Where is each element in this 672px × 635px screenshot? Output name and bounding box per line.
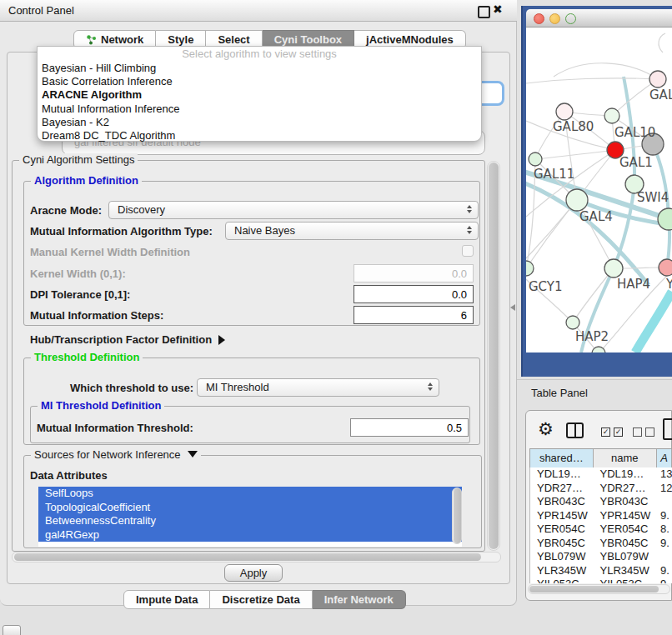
deselect-all-icon[interactable]: [633, 428, 642, 437]
dropdown-item[interactable]: Mutual Information Inference: [38, 102, 481, 116]
node-label: GAL10: [614, 125, 655, 140]
network-graph: GAL GAL80 GAL10 GAL1 GAL11 SWI4 GAL4 GCY…: [526, 28, 672, 352]
close-icon[interactable]: ✖: [493, 2, 503, 16]
node-label: GAL: [649, 88, 672, 102]
aracne-mode-combo[interactable]: Discovery: [108, 201, 479, 219]
cyni-bottom-tabbar: Impute Data Discretize Data Infer Networ…: [123, 590, 406, 609]
list-item[interactable]: TopologicalCoefficient: [38, 501, 462, 515]
sources-section-header[interactable]: Sources for Network Inference: [31, 448, 201, 461]
table-row[interactable]: YLR345WYLR345W9.: [530, 564, 672, 578]
node[interactable]: [658, 208, 672, 230]
minimized-panel-button[interactable]: [3, 625, 21, 635]
node-labels: GAL GAL80 GAL10 GAL1 GAL11 SWI4 GAL4 GCY…: [529, 88, 672, 344]
desktop: { "colors": { "selection_blue": "#3d6fd2…: [0, 0, 672, 635]
split-panel-icon[interactable]: [566, 422, 584, 438]
table-row[interactable]: YDL19…YDL19…13: [530, 468, 672, 482]
node-hap2[interactable]: [566, 316, 579, 329]
mi-threshold-input[interactable]: [350, 418, 469, 437]
list-scrollbar-thumb[interactable]: [454, 488, 461, 543]
table-row[interactable]: YIL053CYIL053C9: [530, 578, 672, 583]
select-all-icon2[interactable]: ✓: [614, 428, 623, 437]
mi-steps-input[interactable]: [354, 306, 474, 324]
table-row[interactable]: YBL079WYBL079W: [530, 550, 672, 564]
expanded-arrow-icon: [188, 451, 198, 458]
float-window-icon[interactable]: [478, 6, 490, 18]
node-gal11[interactable]: [529, 152, 542, 166]
edge-teal-thick: [635, 292, 672, 352]
node-gal80[interactable]: [556, 103, 573, 120]
node-gcy1[interactable]: [526, 261, 534, 276]
table-hscrollbar-thumb[interactable]: [529, 586, 659, 592]
table-panel-titlebar: Table Panel: [517, 379, 672, 407]
node-gal4[interactable]: [566, 189, 588, 211]
node-label: GAL11: [534, 167, 574, 182]
node-label: HAP4: [617, 277, 650, 292]
control-panel-titlebar: Control Panel ✖: [0, 0, 517, 22]
table-row[interactable]: YDR27…YDR27…12: [530, 482, 672, 496]
dropdown-item[interactable]: Basic Correlation Inference: [38, 75, 481, 88]
node-table: YDL19…YDL19…13 YDR27…YDR27…12 YBR043CYBR…: [529, 468, 672, 583]
algorithm-definition-title: Algorithm Definition: [31, 174, 142, 187]
dropdown-prompt: Select algorithm to view settings: [38, 47, 481, 62]
node-salmon[interactable]: [659, 259, 672, 276]
list-item[interactable]: SelfLoops: [38, 487, 462, 501]
table-row[interactable]: YBR045CYBR045C9.: [530, 537, 672, 551]
network-canvas[interactable]: GAL GAL80 GAL10 GAL1 GAL11 SWI4 GAL4 GCY…: [526, 28, 672, 352]
node-label: Y: [665, 277, 672, 292]
tab-discretize-data[interactable]: Discretize Data: [210, 590, 312, 609]
control-panel-title: Control Panel: [8, 0, 74, 21]
table-row[interactable]: YPR145WYPR145W9.: [530, 509, 672, 523]
node-gal10[interactable]: [604, 108, 619, 123]
tab-impute-data[interactable]: Impute Data: [123, 590, 210, 609]
node-hap4[interactable]: [604, 259, 623, 278]
gear-icon[interactable]: ⚙: [538, 419, 554, 439]
network-window-titlebar: [526, 9, 672, 28]
apply-button[interactable]: Apply: [224, 564, 283, 582]
select-all-icon[interactable]: ✓: [601, 428, 610, 437]
node-label: HAP2: [575, 329, 609, 344]
cyni-settings-title: Cyni Algorithm Settings: [19, 153, 138, 166]
aracne-mode-label: Aracne Mode:: [30, 204, 102, 217]
node-label: GAL1: [619, 155, 653, 170]
settings-vscrollbar-thumb[interactable]: [489, 162, 499, 549]
mi-algorithm-type-label: Mutual Information Algorithm Type:: [30, 225, 213, 238]
threshold-definition-title: Threshold Definition: [31, 351, 143, 363]
mi-algorithm-type-combo[interactable]: Naive Bayes: [225, 222, 479, 240]
settings-hscrollbar-thumb[interactable]: [14, 553, 481, 561]
document-icon[interactable]: [663, 418, 672, 440]
manual-kernel-width-checkbox[interactable]: [462, 245, 474, 257]
list-item[interactable]: gal4RGexp: [38, 528, 462, 542]
column-header-shared-name[interactable]: shared…: [530, 449, 594, 468]
dropdown-item-selected[interactable]: ARACNE Algorithm: [38, 88, 481, 102]
list-item[interactable]: BetweennessCentrality: [38, 514, 462, 528]
mi-threshold-group-title: MI Threshold Definition: [38, 399, 164, 412]
table-panel-title: Table Panel: [531, 380, 588, 407]
table-row[interactable]: YBR043CYBR043C: [530, 495, 672, 509]
deselect-all-icon2[interactable]: [645, 428, 654, 437]
mi-threshold-label: Mutual Information Threshold:: [37, 422, 193, 434]
node-label: GAL80: [553, 119, 594, 134]
network-tab-icon: [86, 34, 97, 45]
window-close-button[interactable]: [534, 13, 544, 24]
which-threshold-combo[interactable]: MI Threshold: [197, 378, 439, 397]
dropdown-item[interactable]: Bayesian - Hill Climbing: [38, 62, 481, 75]
node-label: GAL4: [579, 209, 613, 224]
table-row[interactable]: YER054CYER054C8.: [530, 522, 672, 537]
hub-transcription-section-header[interactable]: Hub/Transcription Factor Definition: [30, 333, 225, 346]
node[interactable]: [649, 71, 666, 88]
node-label: GCY1: [529, 279, 563, 294]
dpi-tolerance-input[interactable]: [354, 285, 474, 303]
kernel-width-input[interactable]: [354, 264, 474, 282]
dropdown-item[interactable]: Dream8 DC_TDC Algorithm: [38, 129, 481, 142]
column-header-partial[interactable]: A: [657, 449, 672, 468]
tab-infer-network[interactable]: Infer Network: [313, 590, 406, 609]
dropdown-item[interactable]: Bayesian - K2: [38, 116, 481, 129]
mi-steps-label: Mutual Information Steps:: [30, 309, 163, 322]
combo-spinner-icon: [467, 226, 472, 234]
column-header-name[interactable]: name: [594, 449, 658, 468]
panel-resize-handle-icon[interactable]: [510, 304, 515, 311]
window-zoom-button[interactable]: [565, 13, 576, 24]
combo-spinner-icon: [428, 382, 433, 391]
node-label: SWI4: [637, 190, 669, 205]
window-minimize-button[interactable]: [549, 13, 560, 24]
